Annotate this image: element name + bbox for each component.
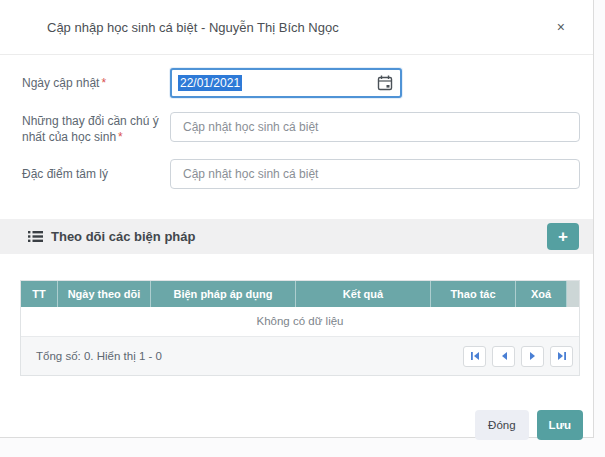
changes-field-label: Những thay đổi cần chú ý nhất của học si… — [22, 112, 170, 145]
date-input[interactable]: 22/01/2021 — [170, 68, 402, 98]
column-header-bien-phap: Biện pháp áp dụng — [151, 281, 296, 307]
luu-save-button[interactable]: Lưu — [537, 410, 583, 440]
next-page-icon — [528, 351, 538, 361]
changes-field-row: Những thay đổi cần chú ý nhất của học si… — [22, 112, 580, 145]
next-page-button[interactable] — [521, 346, 544, 367]
psychology-input[interactable] — [170, 159, 580, 189]
date-field-label: Ngày cập nhật* — [22, 74, 170, 92]
update-student-modal: Cập nhập học sinh cá biệt - Nguyễn Thị B… — [0, 0, 594, 438]
calendar-icon — [376, 74, 394, 92]
empty-state-message: Không có dữ liệu — [21, 307, 579, 337]
column-header-xoa: Xoá — [516, 281, 567, 307]
changes-input[interactable] — [170, 112, 580, 142]
form-area: Ngày cập nhật* 22/01/2021 Những thay đổi… — [0, 55, 593, 189]
pagination-summary: Tổng số: 0. Hiển thị 1 - 0 — [36, 350, 162, 362]
plus-icon: + — [558, 227, 568, 246]
modal-footer: Đóng Lưu — [0, 410, 593, 440]
table-header-row: TT Ngày theo dõi Biện pháp áp dụng Kết q… — [21, 281, 579, 307]
date-value-selected: 22/01/2021 — [178, 75, 242, 91]
previous-page-button[interactable] — [492, 346, 515, 367]
previous-page-icon — [499, 351, 509, 361]
first-page-button[interactable] — [463, 346, 486, 367]
modal-header: Cập nhập học sinh cá biệt - Nguyễn Thị B… — [0, 0, 593, 55]
last-page-icon — [557, 351, 567, 361]
modal-title: Cập nhập học sinh cá biệt - Nguyễn Thị B… — [47, 20, 339, 35]
calendar-button[interactable] — [376, 74, 394, 92]
close-icon: × — [557, 19, 565, 35]
column-header-thao-tac: Thao tác — [431, 281, 516, 307]
close-modal-button[interactable]: × — [553, 16, 569, 38]
first-page-icon — [470, 351, 480, 361]
pagination-bar: Tổng số: 0. Hiển thị 1 - 0 — [21, 337, 579, 375]
measures-table: TT Ngày theo dõi Biện pháp áp dụng Kết q… — [20, 280, 580, 376]
add-measure-button[interactable]: + — [547, 223, 579, 250]
psychology-field-label: Đặc điểm tâm lý — [22, 165, 170, 183]
column-header-ket-qua: Kết quả — [296, 281, 431, 307]
date-field-row: Ngày cập nhật* 22/01/2021 — [22, 68, 580, 98]
column-header-tt: TT — [21, 281, 58, 307]
scrollbar-strip — [567, 281, 579, 307]
measures-section-header: Theo dõi các biện pháp + — [0, 219, 593, 254]
psychology-field-row: Đặc điểm tâm lý — [22, 159, 580, 189]
pagination-buttons — [463, 346, 573, 367]
last-page-button[interactable] — [550, 346, 573, 367]
dong-close-button[interactable]: Đóng — [475, 410, 529, 440]
list-icon — [28, 230, 43, 243]
required-asterisk: * — [118, 130, 123, 144]
required-asterisk: * — [101, 76, 106, 90]
column-header-ngay-theo-doi: Ngày theo dõi — [58, 281, 151, 307]
section-title: Theo dõi các biện pháp — [51, 229, 195, 244]
